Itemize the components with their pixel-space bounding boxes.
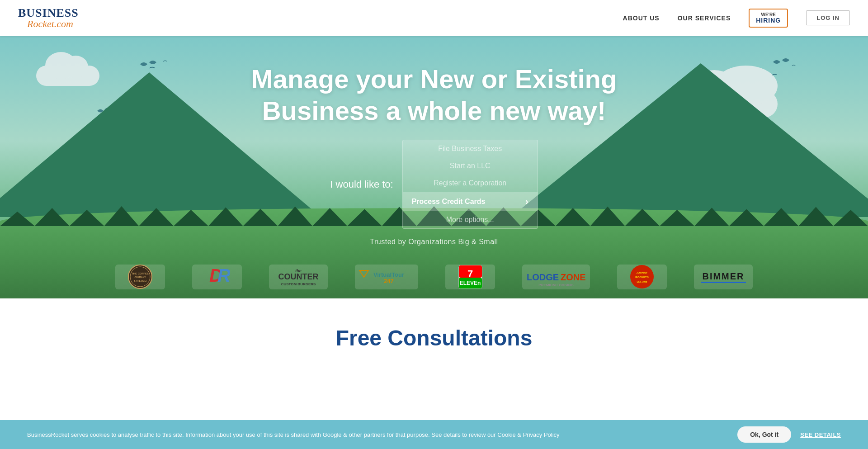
logo-dr: D R (192, 265, 242, 289)
logo-coffee: THE COFFEE COMPANY & THE DELI (115, 265, 165, 289)
selector-dropdown[interactable]: File Business Taxes Start an LLC Registe… (402, 140, 538, 229)
hero-title-line2: Business a whole new way! (262, 96, 606, 125)
svg-text:ROCKETS: ROCKETS (635, 276, 648, 279)
header: BUSINESS Rocket.com ABOUT US OUR SERVICE… (0, 0, 868, 36)
free-consult-title: Free Consultations (336, 326, 533, 350)
svg-text:ZONE: ZONE (561, 272, 586, 282)
svg-text:ELEVEn: ELEVEn (459, 280, 481, 286)
logo-7eleven: 7 ELEVEn (445, 265, 495, 289)
logo-vt247: VirtualTour 247 (355, 265, 418, 289)
dropdown-item-taxes[interactable]: File Business Taxes (403, 140, 538, 157)
main-nav: ABOUT US OUR SERVICES WE'RE HIRING LOG I… (623, 9, 850, 28)
section-below: Free Consultations (0, 298, 868, 369)
logo-johnnyrockets: JOHNNY ROCKETS EST. 1986 (617, 265, 667, 289)
hiring-label: HIRING (756, 17, 781, 24)
svg-text:BIMMER: BIMMER (702, 271, 744, 281)
logo-bimmer: BIMMER (694, 265, 753, 289)
svg-text:LODGE: LODGE (527, 272, 559, 282)
svg-text:EST. 1986: EST. 1986 (637, 280, 647, 283)
svg-text:VirtualTour: VirtualTour (373, 271, 404, 278)
nav-about-us[interactable]: ABOUT US (623, 14, 660, 22)
logo-business: BUSINESS (18, 7, 79, 19)
logo-lodgezone: LODGE ZONE PREMIUM LODGING (522, 265, 590, 289)
nav-hiring-badge[interactable]: WE'RE HIRING (749, 9, 788, 28)
login-button[interactable]: LOG IN (806, 10, 850, 25)
svg-marker-10 (359, 270, 368, 277)
dropdown-item-more[interactable]: More options... (403, 211, 538, 228)
trusted-text: Trusted by Organizations Big & Small (370, 238, 498, 246)
nav-our-services[interactable]: OUR SERVICES (678, 14, 731, 22)
svg-text:& THE DELI: & THE DELI (134, 279, 146, 282)
svg-text:COUNTER: COUNTER (278, 272, 319, 281)
logo-counter: the COUNTER CUSTOM BURGERS (269, 265, 328, 289)
svg-rect-26 (701, 282, 746, 283)
dropdown-item-llc[interactable]: Start an LLC (403, 157, 538, 175)
selector-label: I would like to: (330, 179, 393, 190)
logo-rocket: Rocket.com (27, 19, 79, 29)
hero-title-line1: Manage your New or Existing (251, 64, 617, 94)
dropdown-item-cc[interactable]: Process Credit Cards (403, 192, 538, 211)
svg-text:THE COFFEE: THE COFFEE (131, 272, 148, 275)
svg-text:PREMIUM LODGING: PREMIUM LODGING (538, 283, 573, 287)
svg-text:247: 247 (384, 278, 394, 284)
logo[interactable]: BUSINESS Rocket.com (18, 7, 79, 29)
hero-content: Manage your New or Existing Business a w… (0, 36, 868, 298)
svg-text:COMPANY: COMPANY (134, 276, 146, 279)
svg-text:JOHNNY: JOHNNY (636, 271, 647, 274)
hero-title: Manage your New or Existing Business a w… (251, 63, 617, 126)
svg-text:CUSTOM BURGERS: CUSTOM BURGERS (281, 282, 316, 286)
hero-section: ⌢ ⌢ ⌢ ⌢ ⌢ Manage your New or Existing Bu… (0, 36, 868, 298)
svg-text:R: R (217, 265, 230, 285)
selector-row: I would like to: File Business Taxes Sta… (330, 140, 538, 229)
dropdown-item-corp[interactable]: Register a Corporation (403, 175, 538, 192)
svg-text:7: 7 (467, 268, 472, 279)
logos-strip: THE COFFEE COMPANY & THE DELI D R the CO… (0, 265, 868, 289)
